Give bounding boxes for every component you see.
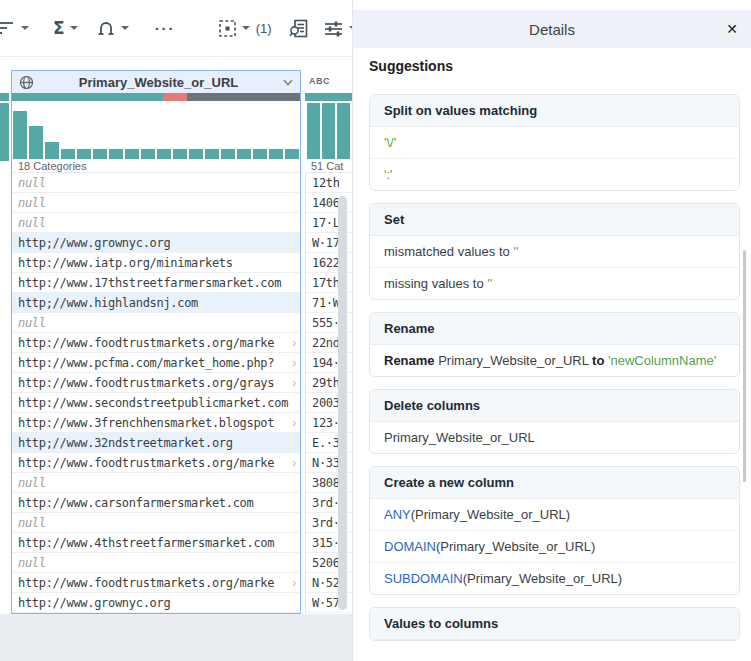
truncation-chevron-icon[interactable]: › (292, 576, 296, 590)
table-cell[interactable]: null › (12, 193, 300, 213)
more-options-button[interactable]: ··· (155, 20, 176, 37)
truncation-chevron-icon[interactable]: › (292, 456, 296, 470)
table-cell[interactable]: null › (12, 473, 300, 493)
find-button[interactable] (288, 18, 309, 39)
prev-column-histogram-bar[interactable] (0, 103, 9, 161)
rename-value: 'newColumnName' (604, 353, 716, 368)
histogram-bar[interactable] (205, 149, 219, 159)
data-grid-area: Σ ··· (1) (0, 0, 352, 661)
column-header[interactable]: Primary_Website_or_URL (12, 71, 300, 93)
table-cell[interactable]: http;//www.32ndstreetmarket.org › (12, 433, 300, 453)
table-cell[interactable]: http://www.foodtrustmarkets.org/marke › (12, 573, 300, 593)
function-name: DOMAIN (384, 539, 436, 554)
cell-value: null (18, 516, 296, 530)
table-cell[interactable]: http://www.foodtrustmarkets.org/grays › (12, 373, 300, 393)
histogram-bar[interactable] (307, 103, 320, 159)
chevron-down-icon[interactable] (283, 79, 293, 86)
suggestion-any[interactable]: ANY(Primary_Website_or_URL) (370, 499, 739, 531)
quality-missing-segment[interactable] (187, 93, 300, 101)
table-cell[interactable]: http://www.pcfma.com/market_home.php? › (12, 353, 300, 373)
histogram-bar[interactable] (45, 142, 59, 159)
card-rename: Rename Rename Primary_Website_or_URL to … (369, 312, 740, 377)
table-cell[interactable]: http;//www.highlandsnj.com › (12, 293, 300, 313)
table-cell[interactable]: null › (12, 313, 300, 333)
table-cell[interactable]: http://www.foodtrustmarkets.org/marke › (12, 453, 300, 473)
grid-vertical-scrollbar[interactable] (338, 196, 347, 610)
suggestion-set-mismatched[interactable]: mismatched values to '' (370, 236, 739, 268)
histogram-bar[interactable] (237, 149, 251, 159)
table-cell[interactable]: null › (12, 173, 300, 193)
cell-value: http://www.foodtrustmarkets.org/grays (18, 376, 292, 390)
suggestion-domain[interactable]: DOMAIN(Primary_Website_or_URL) (370, 531, 739, 563)
table-cell[interactable]: null › (12, 513, 300, 533)
function-name: ANY (384, 507, 411, 522)
selection-square-icon (218, 19, 237, 38)
function-name: SUBDOMAIN (384, 571, 463, 586)
truncation-chevron-icon[interactable]: › (292, 376, 296, 390)
table-cell[interactable]: http;//www.grownyc.org › (12, 233, 300, 253)
histogram-bar[interactable] (337, 103, 350, 159)
histogram-bar[interactable] (221, 149, 235, 159)
rename-verb: Rename (384, 353, 435, 368)
quality-valid-segment[interactable] (12, 93, 163, 101)
suggestion-split-colon[interactable]: ':' (370, 159, 739, 190)
histogram-bar[interactable] (29, 126, 43, 159)
truncation-chevron-icon[interactable]: › (292, 336, 296, 350)
rename-column: Primary_Website_or_URL (435, 353, 593, 368)
histogram-bar[interactable] (141, 149, 155, 159)
histogram-bar[interactable] (285, 149, 299, 159)
suggestion-cards: Split on values matching '\/' ':' Set mi… (369, 82, 740, 641)
histogram-bar[interactable] (173, 149, 187, 159)
histogram-bar[interactable] (189, 149, 203, 159)
aggregate-button[interactable]: Σ (53, 18, 78, 38)
function-args: (Primary_Website_or_URL) (411, 507, 570, 522)
find-in-page-icon (288, 18, 309, 39)
sort-filter-icon (0, 17, 16, 39)
join-button[interactable] (96, 18, 129, 38)
set-value: '' (487, 276, 492, 291)
panel-scrollbar[interactable] (743, 250, 746, 482)
column-title: Primary_Website_or_URL (34, 75, 283, 90)
table-cell[interactable]: http://www.iatp.org/minimarkets › (12, 253, 300, 273)
table-cell[interactable]: http://www.17thstreetfarmersmarket.com › (12, 273, 300, 293)
histogram-bar[interactable] (157, 149, 171, 159)
cell-value: 12th (312, 176, 348, 190)
histogram-bar[interactable] (125, 149, 139, 159)
column-type-label[interactable]: ABC (305, 70, 352, 93)
truncation-chevron-icon[interactable]: › (292, 356, 296, 370)
sort-filter-button[interactable] (0, 17, 29, 39)
card-values-to-columns-title: Values to columns (370, 608, 739, 640)
suggestion-rename[interactable]: Rename Primary_Website_or_URL to 'newCol… (370, 345, 739, 376)
histogram-bar[interactable] (13, 111, 27, 159)
histogram-bar[interactable] (61, 149, 75, 159)
selection-count: (1) (256, 21, 272, 36)
histogram-bar[interactable] (322, 103, 335, 159)
table-cell[interactable]: http://www.4thstreetfarmersmarket.com › (12, 533, 300, 553)
truncation-chevron-icon[interactable]: › (292, 416, 296, 430)
prev-column-quality-bar[interactable] (0, 93, 9, 101)
table-cell[interactable]: null › (12, 213, 300, 233)
card-set-title: Set (370, 204, 739, 236)
table-cell[interactable]: http://www.secondstreetpublicmarket.com … (12, 393, 300, 413)
quality-mismatched-segment[interactable] (163, 93, 187, 101)
histogram-bar[interactable] (109, 149, 123, 159)
suggestion-split-slash[interactable]: '\/' (370, 127, 739, 159)
set-text: mismatched values to (384, 244, 513, 259)
suggestion-set-missing[interactable]: missing values to '' (370, 268, 739, 299)
histogram-bar[interactable] (77, 149, 91, 159)
histogram-bar[interactable] (269, 149, 283, 159)
histogram-bar[interactable] (93, 149, 107, 159)
grid-footer (0, 614, 352, 661)
table-cell[interactable]: http://www.3frenchhensmarket.blogspot › (12, 413, 300, 433)
table-cell[interactable]: http://www.foodtrustmarkets.org/marke › (12, 333, 300, 353)
selection-mode-button[interactable] (218, 19, 250, 38)
histogram-bar[interactable] (253, 149, 267, 159)
close-icon[interactable]: ✕ (726, 21, 738, 37)
suggestion-subdomain[interactable]: SUBDOMAIN(Primary_Website_or_URL) (370, 563, 739, 594)
suggestion-delete-column[interactable]: Primary_Website_or_URL (370, 422, 739, 453)
table-cell[interactable]: http://www.carsonfarmersmarket.com › (12, 493, 300, 513)
table-cell[interactable]: 12th (306, 173, 352, 193)
table-cell[interactable]: http://www.grownyc.org › (12, 593, 300, 613)
quality-valid-segment[interactable] (305, 93, 352, 101)
table-cell[interactable]: null › (12, 553, 300, 573)
